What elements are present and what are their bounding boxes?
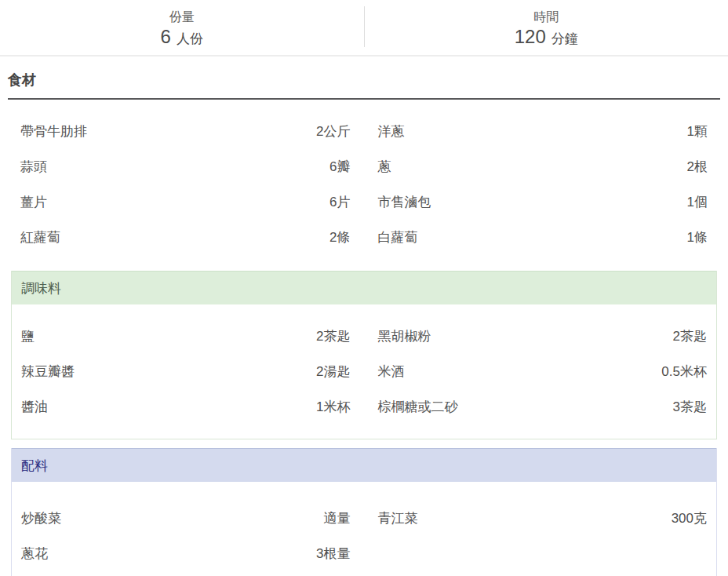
ingredient-name: 帶骨牛肋排 bbox=[20, 122, 87, 140]
ingredient-row: 帶骨牛肋排 2公斤 bbox=[20, 114, 351, 149]
ingredient-row: 辣豆瓣醬 2湯匙 bbox=[21, 354, 351, 389]
seasoning-column-right: 黑胡椒粉 2茶匙 米酒 0.5米杯 棕櫚糖或二砂 3茶匙 bbox=[378, 319, 708, 425]
ingredients-list: 帶骨牛肋排 2公斤 蒜頭 6瓣 薑片 6片 紅蘿蔔 2條 洋蔥 1顆 蔥 bbox=[11, 100, 717, 264]
ingredient-name: 蔥 bbox=[378, 158, 391, 176]
ingredient-name: 蒜頭 bbox=[20, 158, 47, 176]
ingredient-row: 黑胡椒粉 2茶匙 bbox=[378, 319, 708, 354]
ingredient-row: 鹽 2茶匙 bbox=[21, 319, 351, 354]
ingredients-columns: 帶骨牛肋排 2公斤 蒜頭 6瓣 薑片 6片 紅蘿蔔 2條 洋蔥 1顆 蔥 bbox=[20, 114, 708, 255]
ingredient-amount: 2茶匙 bbox=[316, 327, 350, 345]
garnish-column-right: 青江菜 300克 bbox=[378, 501, 708, 571]
ingredient-name: 鹽 bbox=[21, 327, 35, 345]
ingredient-row: 蔥 2根 bbox=[378, 149, 708, 184]
seasoning-section-title: 調味料 bbox=[12, 271, 716, 304]
servings-meta: 份量 6 人份 bbox=[0, 0, 364, 55]
time-unit: 分鐘 bbox=[551, 30, 578, 48]
time-meta: 時間 120 分鐘 bbox=[365, 0, 728, 55]
ingredient-name: 市售滷包 bbox=[378, 193, 431, 211]
ingredient-amount: 1個 bbox=[687, 193, 708, 211]
ingredient-amount: 1米杯 bbox=[316, 398, 350, 416]
ingredient-row: 青江菜 300克 bbox=[378, 501, 708, 536]
ingredient-amount: 3茶匙 bbox=[673, 398, 707, 416]
ingredient-amount: 2公斤 bbox=[316, 122, 350, 140]
ingredient-name: 薑片 bbox=[20, 193, 47, 211]
ingredient-name: 棕櫚糖或二砂 bbox=[378, 398, 458, 416]
ingredient-row: 蔥花 3根量 bbox=[21, 536, 351, 571]
servings-label: 份量 bbox=[169, 9, 195, 25]
ingredient-amount: 300克 bbox=[672, 509, 707, 527]
ingredient-row: 紅蘿蔔 2條 bbox=[20, 220, 351, 255]
ingredients-section-title: 食材 bbox=[8, 57, 720, 100]
ingredient-row: 薑片 6片 bbox=[20, 184, 351, 220]
ingredient-amount: 2根 bbox=[687, 158, 708, 176]
seasoning-list: 鹽 2茶匙 辣豆瓣醬 2湯匙 醬油 1米杯 黑胡椒粉 2茶匙 米酒 bbox=[12, 304, 716, 439]
ingredient-name: 白蘿蔔 bbox=[378, 228, 418, 246]
ingredient-name: 醬油 bbox=[21, 398, 48, 416]
ingredient-amount: 適量 bbox=[324, 509, 351, 527]
garnish-column-left: 炒酸菜 適量 蔥花 3根量 bbox=[21, 501, 351, 571]
ingredient-amount: 6瓣 bbox=[329, 158, 350, 176]
ingredient-amount: 2條 bbox=[329, 228, 350, 246]
time-label: 時間 bbox=[533, 9, 559, 25]
ingredient-amount: 2茶匙 bbox=[673, 327, 707, 345]
ingredient-row: 白蘿蔔 1條 bbox=[378, 220, 708, 255]
servings-number: 6 bbox=[161, 27, 171, 47]
time-value: 120 分鐘 bbox=[515, 27, 578, 48]
garnish-section-title: 配料 bbox=[12, 448, 716, 482]
time-number: 120 bbox=[515, 27, 546, 47]
seasoning-columns: 鹽 2茶匙 辣豆瓣醬 2湯匙 醬油 1米杯 黑胡椒粉 2茶匙 米酒 bbox=[21, 319, 707, 425]
ingredient-amount: 0.5米杯 bbox=[661, 363, 707, 381]
ingredient-amount: 1條 bbox=[687, 228, 708, 246]
ingredients-column-right: 洋蔥 1顆 蔥 2根 市售滷包 1個 白蘿蔔 1條 bbox=[378, 114, 708, 255]
seasoning-column-left: 鹽 2茶匙 辣豆瓣醬 2湯匙 醬油 1米杯 bbox=[21, 319, 351, 425]
ingredient-name: 蔥花 bbox=[21, 545, 48, 563]
ingredient-row: 醬油 1米杯 bbox=[21, 389, 351, 425]
ingredient-name: 辣豆瓣醬 bbox=[21, 363, 75, 381]
ingredient-row: 洋蔥 1顆 bbox=[378, 114, 708, 149]
ingredient-name: 黑胡椒粉 bbox=[378, 327, 431, 345]
ingredient-amount: 3根量 bbox=[316, 545, 350, 563]
ingredient-name: 米酒 bbox=[378, 363, 405, 381]
ingredient-name: 洋蔥 bbox=[378, 122, 405, 140]
ingredient-row: 市售滷包 1個 bbox=[378, 184, 708, 220]
garnish-list: 炒酸菜 適量 蔥花 3根量 青江菜 300克 bbox=[12, 482, 716, 576]
ingredient-amount: 2湯匙 bbox=[316, 363, 350, 381]
garnish-columns: 炒酸菜 適量 蔥花 3根量 青江菜 300克 bbox=[21, 501, 707, 571]
ingredient-row: 炒酸菜 適量 bbox=[21, 501, 351, 536]
ingredient-amount: 6片 bbox=[329, 193, 350, 211]
ingredient-name: 炒酸菜 bbox=[21, 509, 61, 527]
ingredients-column-left: 帶骨牛肋排 2公斤 蒜頭 6瓣 薑片 6片 紅蘿蔔 2條 bbox=[20, 114, 351, 255]
ingredient-row: 棕櫚糖或二砂 3茶匙 bbox=[378, 389, 708, 425]
recipe-meta-bar: 份量 6 人份 時間 120 分鐘 bbox=[0, 0, 728, 57]
servings-value: 6 人份 bbox=[161, 27, 203, 48]
ingredient-name: 青江菜 bbox=[378, 509, 418, 527]
ingredient-name: 紅蘿蔔 bbox=[20, 228, 60, 246]
seasoning-section: 調味料 鹽 2茶匙 辣豆瓣醬 2湯匙 醬油 1米杯 黑胡椒粉 bbox=[11, 271, 717, 439]
servings-unit: 人份 bbox=[177, 30, 203, 48]
ingredient-amount: 1顆 bbox=[687, 122, 708, 140]
garnish-section: 配料 炒酸菜 適量 蔥花 3根量 青江菜 300克 bbox=[11, 448, 717, 576]
ingredient-row: 米酒 0.5米杯 bbox=[378, 354, 708, 389]
ingredient-row: 蒜頭 6瓣 bbox=[20, 149, 351, 184]
